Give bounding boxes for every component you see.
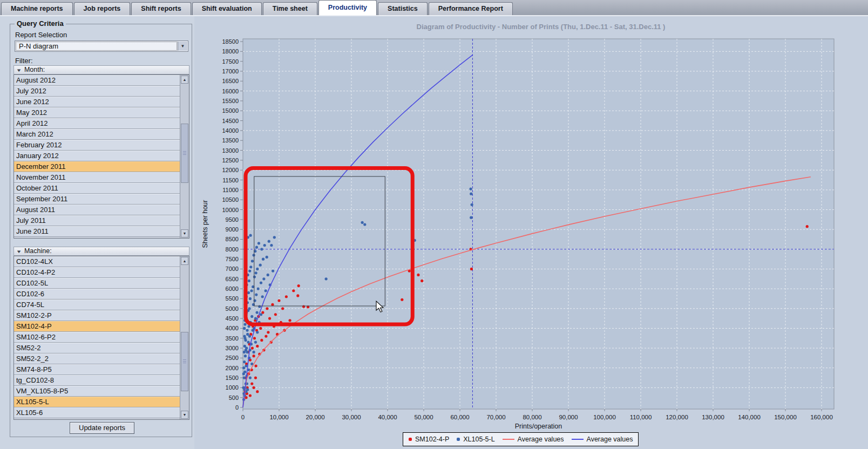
svg-text:18000: 18000 xyxy=(222,48,239,55)
tab-statistics[interactable]: Statistics xyxy=(378,2,428,15)
list-item[interactable]: XL105-5-L xyxy=(14,397,180,407)
legend-line-icon xyxy=(572,439,584,440)
svg-text:14000: 14000 xyxy=(222,127,239,134)
list-item[interactable]: SM74-8-P5 xyxy=(14,364,180,375)
svg-text:140,000: 140,000 xyxy=(738,414,761,420)
list-item[interactable]: SM102-6-P2 xyxy=(14,332,180,343)
legend-entry: SM102-4-P xyxy=(409,436,449,443)
tab-productivity[interactable]: Productivity xyxy=(318,0,377,15)
tab-shift-reports[interactable]: Shift reports xyxy=(131,2,191,15)
svg-text:120,000: 120,000 xyxy=(666,414,688,420)
list-item[interactable]: CD74-5L xyxy=(14,300,180,310)
svg-text:3500: 3500 xyxy=(226,335,239,342)
svg-text:0: 0 xyxy=(241,414,245,420)
report-selection-dropdown[interactable]: P-N diagram ▼ xyxy=(15,40,188,52)
list-item[interactable]: June 2011 xyxy=(14,226,180,237)
svg-text:11000: 11000 xyxy=(222,187,239,193)
tab-performance-report[interactable]: Performance Report xyxy=(429,2,513,15)
svg-text:16000: 16000 xyxy=(222,88,239,94)
list-item[interactable]: VM_XL105-8-P5 xyxy=(14,386,180,397)
list-item[interactable]: SM102-2-P xyxy=(14,310,180,321)
scroll-up-icon[interactable]: ▲ xyxy=(181,76,188,84)
list-item[interactable]: CD102-5L xyxy=(14,278,180,289)
scroll-down-icon[interactable]: ▼ xyxy=(181,411,188,419)
svg-text:60,000: 60,000 xyxy=(450,414,469,420)
machine-scroll-thumb[interactable] xyxy=(181,332,188,391)
svg-text:2000: 2000 xyxy=(226,365,239,371)
legend-entry: Average values xyxy=(572,436,633,443)
svg-text:500: 500 xyxy=(229,394,239,401)
list-item[interactable]: May 2012 xyxy=(14,107,180,118)
list-item[interactable]: CD102-4-P2 xyxy=(14,267,180,278)
machine-section-label: Machine: xyxy=(24,247,52,255)
scroll-down-icon[interactable]: ▼ xyxy=(181,229,188,237)
list-item[interactable]: March 2012 xyxy=(14,129,180,140)
legend-dot-icon xyxy=(409,438,412,441)
list-item[interactable]: tg_CD102-8 xyxy=(14,375,180,386)
month-list: August 2012July 2012June 2012May 2012Apr… xyxy=(13,74,189,239)
tab-shift-evaluation[interactable]: Shift evaluation xyxy=(192,2,262,15)
svg-text:70,000: 70,000 xyxy=(486,414,505,420)
tab-time-sheet[interactable]: Time sheet xyxy=(263,2,317,15)
collapse-triangle-icon: ▼ xyxy=(16,66,22,74)
svg-text:16500: 16500 xyxy=(222,78,239,84)
month-section-label: Month: xyxy=(24,66,45,73)
list-item[interactable]: June 2012 xyxy=(14,97,180,107)
list-item[interactable]: July 2011 xyxy=(14,215,180,226)
svg-text:4000: 4000 xyxy=(226,325,239,331)
svg-text:17500: 17500 xyxy=(222,58,239,65)
pn-diagram-chart[interactable]: Diagram of Productivity - Number of Prin… xyxy=(194,17,868,449)
list-item[interactable]: CD102-6 xyxy=(14,289,180,300)
chart-title: Diagram of Productivity - Number of Prin… xyxy=(417,23,666,31)
scroll-up-icon[interactable]: ▲ xyxy=(181,257,188,265)
svg-text:6500: 6500 xyxy=(226,276,239,282)
list-item[interactable]: November 2011 xyxy=(14,172,180,183)
svg-text:14500: 14500 xyxy=(222,118,239,124)
machine-section-header[interactable]: ▼Machine: xyxy=(13,247,189,256)
list-item[interactable]: XL105-6 xyxy=(14,407,180,418)
list-item[interactable]: July 2012 xyxy=(14,86,180,97)
query-criteria-title: Query Criteria xyxy=(15,19,66,28)
svg-text:15500: 15500 xyxy=(222,98,239,104)
svg-text:160,000: 160,000 xyxy=(810,414,833,420)
svg-text:90,000: 90,000 xyxy=(559,414,578,420)
list-item[interactable]: August 2011 xyxy=(14,205,180,215)
svg-text:7500: 7500 xyxy=(226,256,239,262)
list-item[interactable]: CD102-4LX xyxy=(14,256,180,267)
tab-job-reports[interactable]: Job reports xyxy=(74,2,131,15)
svg-text:40,000: 40,000 xyxy=(378,414,397,420)
list-item[interactable]: April 2012 xyxy=(14,118,180,129)
legend-label: Average values xyxy=(587,436,633,443)
list-item[interactable]: SM52-2 xyxy=(14,343,180,353)
legend-entry: Average values xyxy=(503,436,564,443)
svg-text:17000: 17000 xyxy=(222,68,239,74)
legend-label: XL105-5-L xyxy=(463,436,494,443)
legend-entry: XL105-5-L xyxy=(457,436,494,443)
tab-machine-reports[interactable]: Machine reports xyxy=(1,2,73,15)
svg-text:8000: 8000 xyxy=(226,246,239,253)
machine-scrollbar[interactable]: ▲ ▼ xyxy=(180,256,189,419)
svg-text:13500: 13500 xyxy=(222,137,239,144)
collapse-triangle-icon: ▼ xyxy=(16,248,22,256)
svg-text:6000: 6000 xyxy=(226,285,239,292)
list-item[interactable]: February 2012 xyxy=(14,140,180,151)
month-scrollbar[interactable]: ▲ ▼ xyxy=(180,75,189,238)
svg-text:1000: 1000 xyxy=(226,384,239,391)
chevron-down-icon[interactable]: ▼ xyxy=(178,42,187,51)
month-section-header[interactable]: ▼Month: xyxy=(13,65,189,74)
legend-label: SM102-4-P xyxy=(415,436,449,443)
svg-text:80,000: 80,000 xyxy=(523,414,541,420)
svg-text:10000: 10000 xyxy=(222,207,239,213)
list-item[interactable]: SM102-4-P xyxy=(14,321,180,332)
list-item[interactable]: SM52-2_2 xyxy=(14,353,180,364)
list-item[interactable]: September 2011 xyxy=(14,194,180,205)
svg-text:12000: 12000 xyxy=(222,167,239,173)
list-item[interactable]: October 2011 xyxy=(14,183,180,194)
month-scroll-thumb[interactable] xyxy=(181,124,188,183)
plot-area[interactable] xyxy=(243,39,834,409)
svg-text:11500: 11500 xyxy=(222,177,239,183)
update-reports-button[interactable]: Update reports xyxy=(70,422,134,434)
list-item[interactable]: December 2011 xyxy=(14,161,180,172)
list-item[interactable]: January 2012 xyxy=(14,151,180,161)
list-item[interactable]: August 2012 xyxy=(14,75,180,86)
